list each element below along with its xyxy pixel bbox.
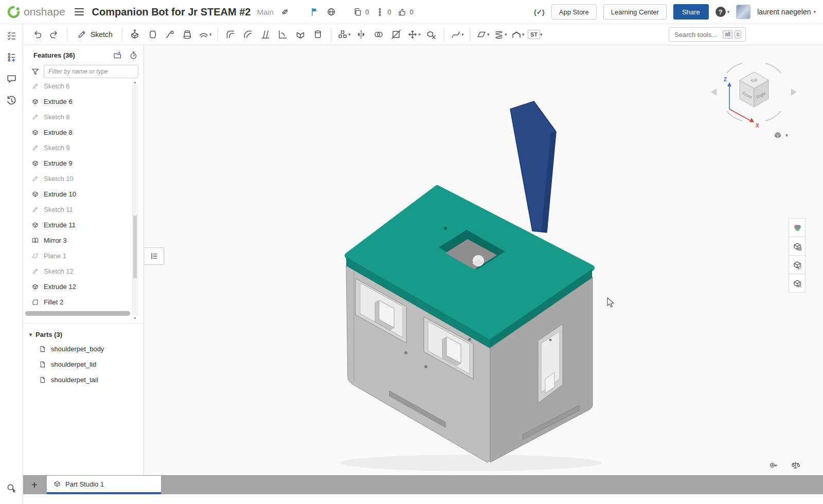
- main-menu-button[interactable]: [75, 8, 84, 16]
- feature-item[interactable]: Extrude 10: [29, 186, 144, 202]
- key-alt: alt: [723, 30, 732, 39]
- feature-list-horizontal-scrollbar[interactable]: [25, 311, 130, 316]
- view-cube[interactable]: Top Front Right Z X: [706, 57, 801, 134]
- filter-funnel-icon[interactable]: [30, 67, 40, 77]
- feature-item[interactable]: Extrude 9: [29, 155, 144, 171]
- display-states-button[interactable]: [789, 237, 806, 256]
- stopwatch-icon[interactable]: [129, 50, 138, 60]
- undo-button[interactable]: [28, 26, 45, 43]
- mirror-button[interactable]: [353, 26, 370, 43]
- chevron-down-icon: ▾: [29, 332, 32, 337]
- feature-item[interactable]: Mirror 3: [29, 232, 144, 248]
- custom-feature-button[interactable]: ST▾: [527, 26, 544, 43]
- rib-button[interactable]: [275, 26, 292, 43]
- tab-part-studio-1[interactable]: Part Studio 1: [47, 476, 161, 494]
- scroll-up-icon[interactable]: ▲: [132, 80, 138, 84]
- feature-item[interactable]: Sketch 11: [29, 202, 144, 217]
- thicken-button[interactable]: ▾: [196, 26, 213, 43]
- section-view-button[interactable]: [789, 274, 806, 293]
- part-list-item[interactable]: shoulderpet_lid: [23, 356, 144, 372]
- feature-filter-input[interactable]: [44, 65, 138, 78]
- part-list-item[interactable]: shoulderpet_tail: [23, 372, 144, 387]
- draft-button[interactable]: [257, 26, 274, 43]
- linear-pattern-button[interactable]: ▾: [335, 26, 352, 43]
- parts-section-header[interactable]: ▾ Parts (3): [23, 328, 144, 341]
- likes-stat[interactable]: 0: [397, 7, 413, 17]
- measure-icon[interactable]: [768, 460, 778, 470]
- feature-item[interactable]: Sketch 6: [29, 78, 144, 94]
- help-menu[interactable]: ? ▾: [715, 7, 730, 17]
- feature-item[interactable]: Extrude 8: [29, 124, 144, 140]
- rotate-right-icon[interactable]: [791, 88, 797, 96]
- history-button[interactable]: [5, 94, 18, 107]
- hole-button[interactable]: [310, 26, 327, 43]
- loft-button[interactable]: [179, 26, 196, 43]
- extrude-button[interactable]: [127, 26, 144, 43]
- feature-item[interactable]: Extrude 12: [29, 279, 144, 294]
- sweep-button[interactable]: [162, 26, 178, 43]
- feature-item[interactable]: Sketch 10: [29, 171, 144, 186]
- comments-button[interactable]: [5, 72, 18, 85]
- education-flag-icon[interactable]: [310, 7, 320, 17]
- fillet-button[interactable]: [222, 26, 239, 43]
- rotate-left-icon[interactable]: [711, 88, 717, 96]
- document-title[interactable]: Companion Bot for Jr STEAM #2: [92, 6, 251, 18]
- add-tab-button[interactable]: +: [26, 476, 43, 494]
- topbar-right-group: {✓} App Store Learning Center Share ? ▾ …: [534, 4, 816, 20]
- configurations-button[interactable]: [5, 50, 18, 64]
- scroll-down-icon[interactable]: ▼: [132, 316, 138, 320]
- feature-item[interactable]: Extrude 6: [29, 94, 144, 109]
- rotate-arrow-icon[interactable]: [727, 111, 742, 121]
- feature-item[interactable]: Plane 1: [29, 248, 144, 263]
- search-tools-box[interactable]: alt c: [669, 27, 746, 42]
- public-globe-icon[interactable]: [326, 7, 336, 17]
- avatar[interactable]: [736, 5, 750, 19]
- mirror-icon: [355, 29, 367, 40]
- feature-item[interactable]: Sketch 9: [29, 140, 144, 155]
- feature-item[interactable]: Sketch 12: [29, 263, 144, 279]
- feature-item[interactable]: Extrude 11: [29, 217, 144, 232]
- redo-button[interactable]: [46, 26, 63, 43]
- mass-properties-icon[interactable]: [791, 460, 800, 470]
- curve-button[interactable]: ▾: [449, 26, 466, 43]
- versions-stat[interactable]: 0: [375, 7, 391, 17]
- plane-button[interactable]: ▾: [474, 26, 491, 43]
- user-menu[interactable]: laurent naegelen ▾: [757, 8, 816, 16]
- scrollbar-thumb[interactable]: [133, 215, 137, 278]
- sheet-metal-button[interactable]: ▾: [509, 26, 526, 43]
- feature-item[interactable]: Fillet 2: [29, 294, 144, 310]
- chamfer-button[interactable]: [240, 26, 257, 43]
- copies-stat[interactable]: 0: [353, 7, 369, 17]
- boolean-button[interactable]: [370, 26, 387, 43]
- revolve-button[interactable]: [144, 26, 161, 43]
- link-icon[interactable]: [280, 7, 290, 17]
- appearance-panel-button[interactable]: [789, 218, 806, 237]
- sketch-button[interactable]: Sketch: [71, 26, 118, 43]
- transform-button[interactable]: ▾: [405, 26, 422, 43]
- search-tools-input[interactable]: [673, 30, 721, 39]
- search-in-graphics-button[interactable]: [5, 481, 19, 495]
- learning-center-button[interactable]: Learning Center: [603, 4, 667, 20]
- featurescript-icon[interactable]: {✓}: [534, 8, 545, 16]
- rotate-arrow-icon[interactable]: [727, 63, 742, 73]
- workspace-label[interactable]: Main: [257, 8, 274, 16]
- split-button[interactable]: [388, 26, 405, 43]
- insert-folder-icon[interactable]: [113, 50, 122, 60]
- named-views-button[interactable]: [789, 255, 806, 274]
- graphics-viewport[interactable]: Top Front Right Z X ▾: [144, 45, 823, 475]
- panel-collapse-handle[interactable]: [144, 247, 164, 265]
- shell-button[interactable]: [292, 26, 309, 43]
- helix-button[interactable]: ▾: [492, 26, 509, 43]
- rotate-arrow-icon[interactable]: [765, 111, 781, 121]
- share-button[interactable]: Share: [673, 4, 709, 20]
- delete-part-button[interactable]: [423, 26, 440, 43]
- part-list-item[interactable]: shoulderpet_body: [23, 341, 144, 356]
- onshape-app: onshape Companion Bot for Jr STEAM #2 Ma…: [0, 0, 823, 504]
- feature-item[interactable]: Sketch 8: [29, 109, 144, 124]
- rotate-arrow-icon[interactable]: [765, 63, 781, 73]
- onshape-logo[interactable]: onshape: [7, 6, 65, 19]
- app-store-button[interactable]: App Store: [551, 4, 597, 20]
- feature-list-vertical-scrollbar[interactable]: [132, 85, 138, 316]
- view-options-button[interactable]: ▾: [773, 130, 788, 140]
- features-panel-button[interactable]: [5, 29, 18, 42]
